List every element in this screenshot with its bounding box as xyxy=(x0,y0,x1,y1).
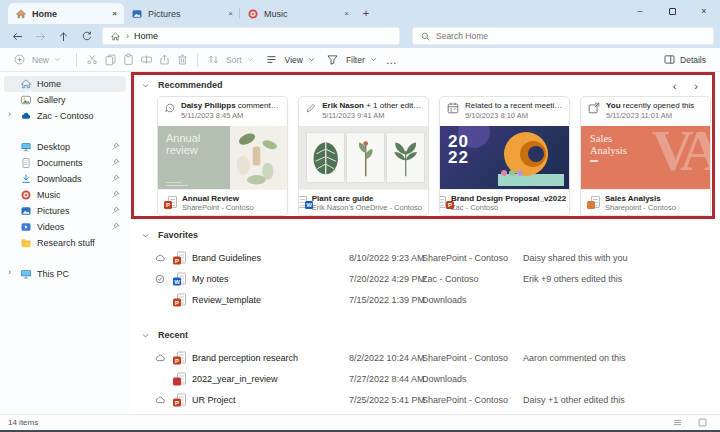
pictures-tab-icon xyxy=(131,8,143,20)
section-title: Recommended xyxy=(158,80,223,90)
music-icon xyxy=(20,189,32,201)
sidebar-item-downloads[interactable]: Downloads xyxy=(4,171,126,187)
file-date: 7/25/2022 5:41 PM xyxy=(349,395,425,405)
card-header: You recently opened this 5/11/2023 11:01… xyxy=(581,97,710,126)
search-icon xyxy=(420,31,431,42)
card-thumbnail: Annualreview xyxy=(158,126,287,189)
tab-pictures[interactable]: Pictures × xyxy=(124,3,240,24)
cut-button[interactable] xyxy=(83,51,101,69)
sort-button[interactable]: Sort xyxy=(204,51,255,69)
this-pc-icon xyxy=(20,268,32,280)
activity-date: 5/11/2023 9:41 AM xyxy=(322,111,422,120)
file-activity: Aaron commented on this xyxy=(523,353,626,363)
sidebar-item-this-pc[interactable]: › This PC xyxy=(4,266,126,282)
activity-text: commented on… xyxy=(236,101,281,110)
recommended-card-plant-care-guide[interactable]: Erik Nason + 1 other edited this 5/11/20… xyxy=(298,96,429,216)
file-row-brand-perception-research[interactable]: P Brand perception research 8/2/2022 10:… xyxy=(130,348,720,368)
filter-button[interactable]: Filter xyxy=(324,51,378,69)
recent-section-header[interactable]: Recent xyxy=(141,330,188,340)
leaf-decoration xyxy=(307,133,344,182)
window-controls: – × xyxy=(624,0,720,22)
sidebar-item-documents[interactable]: Documents xyxy=(4,155,126,171)
file-name: Review_template xyxy=(192,295,261,305)
recommended-carousel-controls: ‹ › xyxy=(673,80,698,92)
refresh-button[interactable] xyxy=(75,26,98,46)
sidebar-item-label: Home xyxy=(37,79,61,89)
copy-button[interactable] xyxy=(101,51,119,69)
paste-button[interactable] xyxy=(119,51,137,69)
sidebar-item-music[interactable]: Music xyxy=(4,187,126,203)
expand-chevron-icon[interactable]: › xyxy=(8,267,11,277)
view-button[interactable]: View xyxy=(263,51,316,69)
back-button[interactable] xyxy=(6,26,29,46)
sidebar-item-onedrive[interactable]: › Zac - Contoso xyxy=(4,108,126,124)
sidebar-item-gallery[interactable]: Gallery xyxy=(4,92,126,108)
file-location: SharePoint - Contoso xyxy=(422,253,508,263)
close-tab-icon[interactable]: × xyxy=(112,9,117,18)
search-box[interactable] xyxy=(412,27,714,45)
delete-button[interactable] xyxy=(173,51,191,69)
file-row-my-notes[interactable]: W My notes 7/20/2022 4:29 PM Zac - Conto… xyxy=(130,269,720,289)
carousel-next-button[interactable]: › xyxy=(694,80,698,92)
close-tab-icon[interactable]: × xyxy=(228,9,233,18)
recommended-section-header[interactable]: Recommended xyxy=(141,80,223,90)
maximize-button[interactable] xyxy=(656,0,688,22)
card-location: Zac - Contoso xyxy=(451,203,566,212)
maximize-icon xyxy=(669,8,676,15)
sidebar-item-label: Videos xyxy=(37,222,64,232)
sidebar-item-home[interactable]: Home xyxy=(4,76,126,92)
sidebar-item-pictures[interactable]: Pictures xyxy=(4,203,126,219)
document-file-icon xyxy=(587,196,600,209)
chevron-down-icon xyxy=(53,55,62,64)
share-button[interactable] xyxy=(155,51,173,69)
new-tab-button[interactable]: + xyxy=(356,3,376,23)
file-location: Downloads xyxy=(422,295,467,305)
botanical-decoration xyxy=(230,126,287,189)
sidebar-gap xyxy=(0,124,130,139)
new-plus-icon xyxy=(10,51,28,69)
search-input[interactable] xyxy=(436,31,706,41)
gallery-icon xyxy=(20,94,32,106)
section-chevron-icon xyxy=(141,231,150,240)
rename-button[interactable] xyxy=(137,51,155,69)
new-button[interactable]: New xyxy=(10,51,62,69)
pin-icon xyxy=(111,206,120,215)
details-button[interactable]: Details xyxy=(663,53,706,66)
more-options-button[interactable]: … xyxy=(386,54,397,66)
tab-music[interactable]: Music × xyxy=(240,3,356,24)
sort-icon xyxy=(204,51,222,69)
tab-bar: Home × Pictures × Music × + – × xyxy=(0,0,720,24)
file-row-brand-guidelines[interactable]: P Brand Guidelines 8/10/2022 9:23 AM Sha… xyxy=(130,248,720,268)
file-row-2022-year-in-review[interactable]: 2022_year_in_review 7/27/2022 8:44 AM Do… xyxy=(130,369,720,389)
recommended-card-sales-analysis[interactable]: You recently opened this 5/11/2023 11:01… xyxy=(580,96,711,216)
sidebar-item-videos[interactable]: Videos xyxy=(4,219,126,235)
up-button[interactable] xyxy=(52,26,75,46)
section-chevron-icon xyxy=(141,81,150,90)
onedrive-icon xyxy=(20,110,32,122)
carousel-prev-button[interactable]: ‹ xyxy=(673,80,677,92)
details-view-toggle-icon[interactable] xyxy=(672,417,683,428)
file-row-ur-project[interactable]: P UR Project 7/25/2022 5:41 PM SharePoin… xyxy=(130,390,720,410)
close-window-button[interactable]: × xyxy=(688,0,720,22)
sidebar-gap xyxy=(0,251,130,266)
sidebar-item-research-stuff[interactable]: Research stuff xyxy=(4,235,126,251)
breadcrumb-root[interactable]: Home xyxy=(134,31,158,41)
recommended-card-brand-design-proposal[interactable]: Related to a recent meeting 5/10/2023 8:… xyxy=(439,96,570,216)
breadcrumb[interactable]: › Home xyxy=(102,27,400,45)
filter-icon xyxy=(324,51,342,69)
file-location: Zac - Contoso xyxy=(422,274,479,284)
forward-button[interactable] xyxy=(29,26,52,46)
close-tab-icon[interactable]: × xyxy=(344,9,349,18)
large-thumbnails-view-toggle-icon[interactable] xyxy=(697,417,708,428)
file-row-review-template[interactable]: P Review_template 7/15/2022 1:39 PM Down… xyxy=(130,290,720,310)
minimize-button[interactable]: – xyxy=(624,0,656,22)
activity-actor: Erik Nason xyxy=(322,101,364,110)
expand-chevron-icon[interactable]: › xyxy=(8,109,11,119)
tab-home[interactable]: Home × xyxy=(8,3,124,24)
sidebar-item-desktop[interactable]: Desktop xyxy=(4,139,126,155)
powerpoint-file-icon: P xyxy=(173,294,186,307)
recommended-card-annual-review[interactable]: Daisy Philipps commented on… 5/11/2023 8… xyxy=(157,96,288,216)
activity-text: + 1 other edited this xyxy=(364,101,422,110)
downloads-icon xyxy=(20,173,32,185)
favorites-section-header[interactable]: Favorites xyxy=(141,230,198,240)
